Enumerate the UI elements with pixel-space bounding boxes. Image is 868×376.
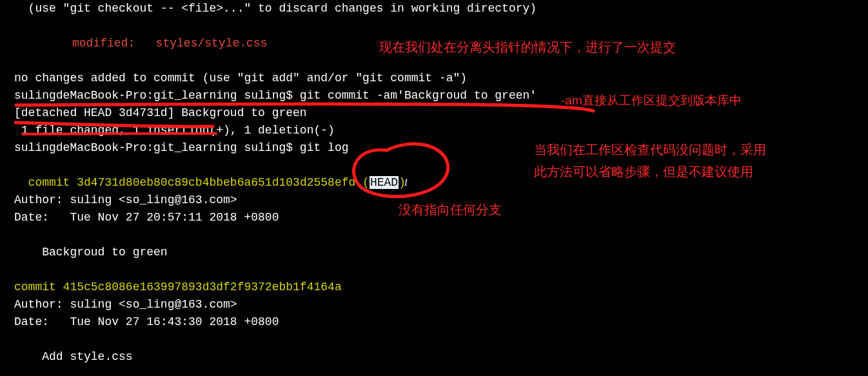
hint-checkout-line: (use "git checkout -- <file>..." to disc… [14,0,868,17]
commit-2-msg: Add style.css [14,348,868,366]
blank-line [14,261,868,279]
annotation-am-explain: -am直接从工作区提交到版本库中 [561,92,742,110]
annotation-workflow-note: 当我们在工作区检查代码没问题时，采用 此方法可以省略步骤，但是不建议使用 [534,139,766,183]
commit-1-msg: Backgroud to green [14,244,868,261]
commit-1-hash: commit 3d4731d80eb80c89cb4bbeb6a651d103d… [28,176,370,189]
head-label: HEAD [370,176,399,189]
date-2-line: Date: Tue Nov 27 16:43:30 2018 +0800 [14,313,868,331]
text-cursor: I [404,176,408,190]
annotation-detached-commit: 现在我们处在分离头指针的情况下，进行了一次提交 [379,37,676,57]
blank-line [14,366,868,376]
file-changed-line: 1 file changed, 1 insertion(+), 1 deleti… [14,122,868,139]
author-2-line: Author: suling <so_ling@163.com> [14,296,868,313]
annotation-workflow-note-line1: 当我们在工作区检查代码没问题时，采用 [534,143,766,157]
blank-line [14,17,868,35]
annotation-no-branch: 没有指向任何分支 [399,200,502,219]
blank-line [14,226,868,244]
annotation-workflow-note-line2: 此方法可以省略步骤，但是不建议使用 [534,164,753,179]
blank-line [14,331,868,348]
commit-2-hash: commit 415c5c8086e163997893d3df2f9372ebb… [14,279,868,296]
no-changes-line: no changes added to commit (use "git add… [14,70,868,87]
